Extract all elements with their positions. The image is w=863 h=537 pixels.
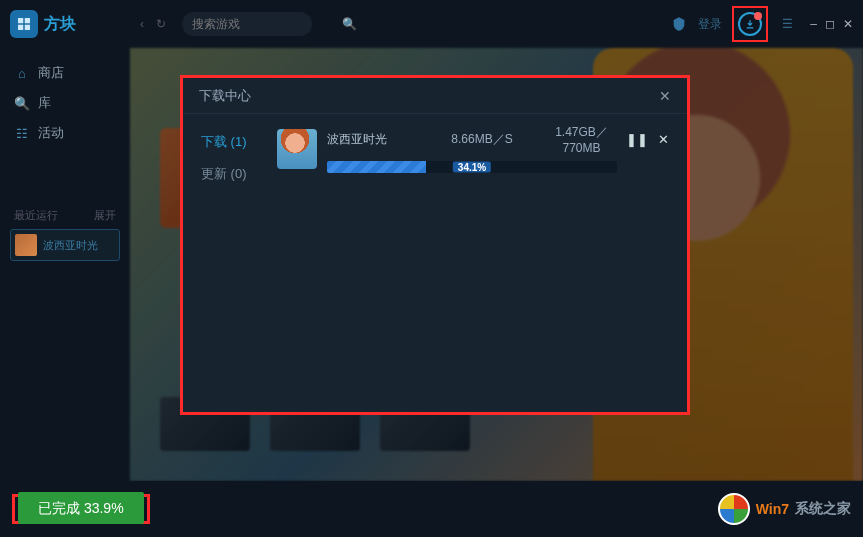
login-link[interactable]: 登录 (698, 15, 722, 33)
download-item-main: 波西亚时光 8.66MB／S 1.47GB／770MB ❚❚ ✕ 34.1% (327, 124, 669, 173)
maximize-icon[interactable]: ◻ (825, 17, 835, 31)
sidebar-item-label: 商店 (38, 64, 64, 82)
modal-header: 下载中心 ✕ (183, 78, 687, 114)
sidebar-item-library[interactable]: 🔍 库 (10, 88, 120, 118)
watermark: Win7系统之家 (718, 493, 851, 525)
app-name: 方块 (44, 14, 76, 35)
activity-icon: ☷ (14, 125, 30, 141)
cancel-icon[interactable]: ✕ (658, 132, 669, 147)
pause-icon[interactable]: ❚❚ (626, 132, 648, 147)
highlight-download-indicator (732, 6, 768, 42)
running-game-label: 波西亚时光 (43, 238, 98, 253)
download-item-size: 1.47GB／770MB (537, 124, 626, 155)
tab-update[interactable]: 更新 (0) (183, 158, 273, 190)
modal-content: 波西亚时光 8.66MB／S 1.47GB／770MB ❚❚ ✕ 34.1% (273, 114, 687, 412)
nav-arrows: ‹ ↻ (140, 17, 166, 31)
close-icon[interactable]: ✕ (659, 88, 671, 104)
store-icon: ⌂ (14, 65, 30, 81)
download-progress-pct: 34.1% (453, 162, 491, 173)
modal-body: 下载 (1) 更新 (0) 波西亚时光 8.66MB／S 1.47GB／770M… (183, 114, 687, 412)
download-center-modal: 下载中心 ✕ 下载 (1) 更新 (0) 波西亚时光 (183, 78, 687, 412)
highlight-done-button: 已完成 33.9% (12, 494, 150, 524)
sidebar-item-label: 库 (38, 94, 51, 112)
running-game-item[interactable]: 波西亚时光 (10, 229, 120, 261)
close-window-icon[interactable]: ✕ (843, 17, 853, 31)
window-controls: – ◻ ✕ (810, 17, 853, 31)
download-done-button[interactable]: 已完成 33.9% (18, 492, 144, 524)
menu-icon[interactable]: ☰ (778, 15, 796, 33)
minimize-icon[interactable]: – (810, 17, 817, 31)
sidebar-item-store[interactable]: ⌂ 商店 (10, 58, 120, 88)
tab-download[interactable]: 下载 (1) (183, 126, 273, 158)
app-logo[interactable]: 方块 (10, 10, 120, 38)
search-input[interactable] (192, 17, 342, 31)
download-item-speed: 8.66MB／S (427, 131, 537, 148)
search-icon[interactable]: 🔍 (342, 17, 357, 31)
sidebar-item-label: 活动 (38, 124, 64, 142)
running-game-thumb (15, 234, 37, 256)
download-item: 波西亚时光 8.66MB／S 1.47GB／770MB ❚❚ ✕ 34.1% (277, 124, 669, 173)
modal-tabs: 下载 (1) 更新 (0) (183, 114, 273, 412)
download-item-thumb (277, 129, 317, 169)
download-indicator-icon[interactable] (738, 12, 762, 36)
download-item-name: 波西亚时光 (327, 131, 427, 148)
download-progress-bar: 34.1% (327, 161, 617, 173)
modal-title: 下载中心 (199, 87, 251, 105)
shield-icon[interactable] (670, 15, 688, 33)
library-icon: 🔍 (14, 95, 30, 111)
search-box[interactable]: 🔍 (182, 12, 312, 36)
windows-flag-icon (718, 493, 750, 525)
back-icon[interactable]: ‹ (140, 17, 144, 31)
highlight-download-center: 下载中心 ✕ 下载 (1) 更新 (0) 波西亚时光 (180, 75, 690, 415)
sidebar-item-activity[interactable]: ☷ 活动 (10, 118, 120, 148)
top-bar: 方块 ‹ ↻ 🔍 登录 ☰ – ◻ ✕ (0, 0, 863, 48)
top-right-controls: 登录 ☰ – ◻ ✕ (670, 6, 853, 42)
refresh-icon[interactable]: ↻ (156, 17, 166, 31)
logo-icon (10, 10, 38, 38)
download-item-actions: ❚❚ ✕ (626, 132, 669, 147)
sidebar: ⌂ 商店 🔍 库 ☷ 活动 最近运行 展开 波西亚时光 (0, 48, 130, 481)
bottom-bar: 已完成 33.9% Win7系统之家 (0, 481, 863, 537)
running-header: 最近运行 展开 (10, 208, 120, 223)
download-progress-fill (327, 161, 426, 173)
